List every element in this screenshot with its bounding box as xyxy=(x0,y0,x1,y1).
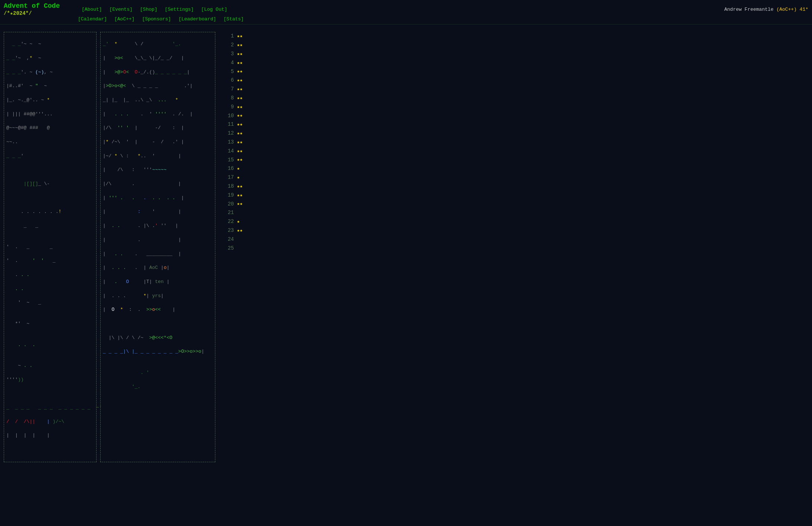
day-row-23[interactable]: 23 ★★ xyxy=(223,226,260,235)
nav-about[interactable]: [About] xyxy=(82,7,102,12)
user-info: Andrew Freemantle (AoC++) 41* xyxy=(724,7,808,12)
day-stars: ★★ xyxy=(237,183,243,191)
day-number: 6 xyxy=(223,76,234,85)
day-row-21[interactable]: 21 xyxy=(223,208,260,217)
day-row-20[interactable]: 20 ★★ xyxy=(223,200,260,209)
day-stars: ★★ xyxy=(237,68,243,76)
day-number: 22 xyxy=(223,217,234,226)
day-number: 15 xyxy=(223,156,234,165)
day-stars: ★★ xyxy=(237,50,243,58)
nav-sponsors[interactable]: [Sponsors] xyxy=(142,16,171,22)
days-panel: 1 ★★ 2 ★★ 3 ★★ 4 ★★ 5 ★★ 6 ★★ 7 ★★ 8 ★★ xyxy=(215,32,260,462)
day-stars: ★★ xyxy=(237,59,243,67)
day-number: 8 xyxy=(223,94,234,103)
header-row2: [Calendar] [AoC++] [Sponsors] [Leaderboa… xyxy=(78,16,808,22)
day-row-25[interactable]: 25 xyxy=(223,244,260,253)
day-number: 2 xyxy=(223,41,234,50)
day-stars: ★★ xyxy=(237,103,243,111)
user-badge: (AoC++) xyxy=(776,7,797,12)
main-content: _ _'~ ~ ~ _ _'~ ,* ~ _ _ _'. ~ (~), ~ |#… xyxy=(0,24,812,469)
day-row-13[interactable]: 13 ★★ xyxy=(223,138,260,147)
day-number: 24 xyxy=(223,235,234,244)
day-number: 1 xyxy=(223,32,234,41)
day-stars: ★★ xyxy=(237,112,243,120)
day-stars: ★★ xyxy=(237,227,243,235)
nav-settings[interactable]: [Settings] xyxy=(165,7,194,12)
day-stars: ★★ xyxy=(237,156,243,164)
day-number: 25 xyxy=(223,244,234,253)
day-row-11[interactable]: 11 ★★ xyxy=(223,120,260,129)
nav-calendar[interactable]: [Calendar] xyxy=(78,16,107,22)
day-stars: ★★ xyxy=(237,200,243,208)
day-stars: ★★ xyxy=(237,32,243,40)
user-stars: 41* xyxy=(800,7,808,12)
day-stars: ★★ xyxy=(237,94,243,102)
header: Advent of Code /*★2024*/ [About] [Events… xyxy=(0,0,812,24)
day-row-5[interactable]: 5 ★★ xyxy=(223,68,260,76)
day-row-15[interactable]: 15 ★★ xyxy=(223,156,260,165)
day-row-4[interactable]: 4 ★★ xyxy=(223,59,260,68)
day-stars: ★★ xyxy=(237,191,243,200)
day-row-2[interactable]: 2 ★★ xyxy=(223,41,260,50)
day-number: 4 xyxy=(223,59,234,68)
day-number: 14 xyxy=(223,147,234,156)
day-number: 10 xyxy=(223,112,234,121)
day-stars: ★ xyxy=(237,174,240,182)
day-row-14[interactable]: 14 ★★ xyxy=(223,147,260,156)
day-number: 3 xyxy=(223,50,234,59)
nav-logout[interactable]: [Log Out] xyxy=(201,7,227,12)
day-row-19[interactable]: 19 ★★ xyxy=(223,191,260,200)
day-stars: ★ xyxy=(237,165,240,173)
mid-ascii-panel: _' * \ / '_. | >o< \_\_ \|_/_ _/ | | >@>… xyxy=(100,32,215,462)
day-number: 9 xyxy=(223,103,234,112)
day-stars: ★★ xyxy=(237,147,243,155)
nav-aocpp[interactable]: [AoC++] xyxy=(114,16,135,22)
day-stars: ★★ xyxy=(237,85,243,93)
day-number: 19 xyxy=(223,191,234,200)
day-row-10[interactable]: 10 ★★ xyxy=(223,112,260,121)
ascii-art-area: _ _'~ ~ ~ _ _'~ ,* ~ _ _ _'. ~ (~), ~ |#… xyxy=(4,32,215,462)
nav-stats[interactable]: [Stats] xyxy=(224,16,244,22)
day-stars: ★★ xyxy=(237,138,243,147)
day-row-22[interactable]: 22 ★ xyxy=(223,217,260,226)
day-number: 18 xyxy=(223,182,234,191)
day-stars: ★★ xyxy=(237,76,243,85)
day-row-24[interactable]: 24 xyxy=(223,235,260,244)
day-number: 5 xyxy=(223,68,234,76)
day-row-6[interactable]: 6 ★★ xyxy=(223,76,260,85)
nav-events[interactable]: [Events] xyxy=(110,7,133,12)
day-number: 17 xyxy=(223,173,234,182)
day-number: 21 xyxy=(223,208,234,217)
day-number: 11 xyxy=(223,120,234,129)
day-number: 16 xyxy=(223,164,234,173)
site-year: /*★2024*/ xyxy=(4,10,74,17)
day-stars: ★ xyxy=(237,218,240,226)
day-stars: ★★ xyxy=(237,121,243,129)
day-row-18[interactable]: 18 ★★ xyxy=(223,182,260,191)
day-row-9[interactable]: 9 ★★ xyxy=(223,103,260,112)
day-number: 20 xyxy=(223,200,234,209)
nav-shop[interactable]: [Shop] xyxy=(140,7,157,12)
site-name: Advent of Code xyxy=(4,2,74,10)
day-row-17[interactable]: 17 ★ xyxy=(223,173,260,182)
day-row-16[interactable]: 16 ★ xyxy=(223,164,260,173)
day-stars: ★★ xyxy=(237,41,243,49)
day-number: 23 xyxy=(223,226,234,235)
day-row-8[interactable]: 8 ★★ xyxy=(223,94,260,103)
day-number: 13 xyxy=(223,138,234,147)
day-number: 7 xyxy=(223,85,234,94)
day-row-12[interactable]: 12 ★★ xyxy=(223,129,260,138)
left-ascii-panel: _ _'~ ~ ~ _ _'~ ,* ~ _ _ _'. ~ (~), ~ |#… xyxy=(4,32,97,462)
day-row-1[interactable]: 1 ★★ xyxy=(223,32,260,41)
header-row1: Advent of Code /*★2024*/ [About] [Events… xyxy=(4,2,808,16)
day-row-3[interactable]: 3 ★★ xyxy=(223,50,260,59)
day-row-7[interactable]: 7 ★★ xyxy=(223,85,260,94)
user-name: Andrew Freemantle xyxy=(724,7,774,12)
nav-leaderboard[interactable]: [Leaderboard] xyxy=(179,16,216,22)
day-number: 12 xyxy=(223,129,234,138)
day-stars: ★★ xyxy=(237,129,243,138)
site-title: Advent of Code /*★2024*/ xyxy=(4,2,74,16)
